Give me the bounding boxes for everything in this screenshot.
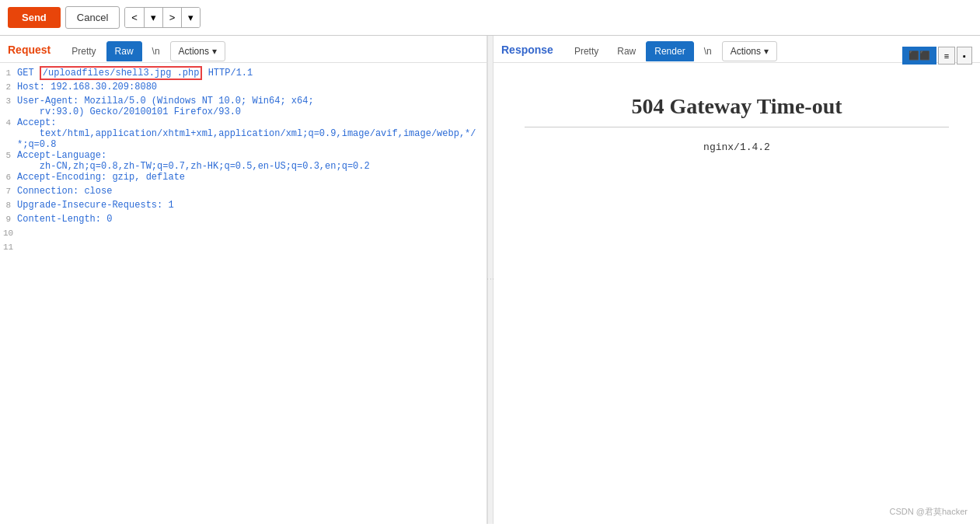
line-text bbox=[19, 242, 483, 253]
app-wrapper: Send Cancel < ▾ > ▾ ⬛⬛ ≡ ▪ Request Prett… bbox=[0, 0, 980, 527]
request-actions-button[interactable]: Actions ▾ bbox=[170, 41, 225, 61]
request-panel: Request Pretty Raw \n Actions ▾ 1 GET /u… bbox=[0, 36, 487, 524]
line-text bbox=[19, 228, 483, 239]
request-tab-group: Pretty Raw \n Actions ▾ bbox=[63, 41, 225, 61]
request-line-2: 2 Host: 192.168.30.209:8080 bbox=[3, 82, 483, 96]
response-title: Response bbox=[501, 40, 560, 62]
request-line-10: 10 bbox=[3, 228, 483, 242]
response-actions-label: Actions bbox=[731, 46, 761, 57]
request-content: 1 GET /uploadfiles/shell3.jpg .php HTTP/… bbox=[0, 63, 487, 524]
line-number: 10 bbox=[3, 228, 19, 238]
response-panel: Response Pretty Raw Render \n Actions ▾ … bbox=[493, 36, 980, 524]
nav-forward-dropdown-button[interactable]: ▾ bbox=[182, 8, 200, 27]
line-number: 7 bbox=[3, 186, 17, 196]
nginx-version: nginx/1.4.2 bbox=[509, 135, 964, 159]
request-line-11: 11 bbox=[3, 242, 483, 256]
line-number: 2 bbox=[3, 82, 17, 92]
request-line-6: 6 Accept-Encoding: gzip, deflate bbox=[3, 172, 483, 186]
request-line-4: 4 Accept: text/html,application/xhtml+xm… bbox=[3, 117, 483, 150]
panel-divider[interactable]: ⋮ bbox=[487, 36, 493, 524]
gateway-error-title: 504 Gateway Time-out bbox=[509, 71, 964, 127]
tab-response-raw[interactable]: Raw bbox=[609, 41, 644, 61]
request-actions-label: Actions bbox=[179, 46, 209, 57]
list-view-button[interactable]: ≡ bbox=[938, 47, 955, 65]
response-divider-line bbox=[525, 127, 949, 127]
view-toggles: ⬛⬛ ≡ ▪ bbox=[902, 47, 972, 65]
line-number: 8 bbox=[3, 200, 17, 210]
request-line-5: 5 Accept-Language: zh-CN,zh;q=0.8,zh-TW;… bbox=[3, 150, 483, 172]
request-line-7: 7 Connection: close bbox=[3, 186, 483, 200]
split-view-button[interactable]: ⬛⬛ bbox=[902, 47, 936, 65]
response-actions-button[interactable]: Actions ▾ bbox=[722, 41, 777, 61]
line-text: Accept-Language: zh-CN,zh;q=0.8,zh-TW;q=… bbox=[17, 150, 483, 172]
response-content: 504 Gateway Time-out nginx/1.4.2 bbox=[493, 63, 980, 524]
nav-btn-group: < ▾ > ▾ bbox=[124, 7, 201, 28]
tab-response-render[interactable]: Render bbox=[646, 41, 693, 61]
watermark: CSDN @君莫hacker bbox=[890, 506, 968, 518]
request-title: Request bbox=[8, 40, 57, 62]
request-line-9: 9 Content-Length: 0 bbox=[3, 214, 483, 228]
request-line-1: 1 GET /uploadfiles/shell3.jpg .php HTTP/… bbox=[3, 68, 483, 82]
line-text: Content-Length: 0 bbox=[17, 214, 483, 225]
toolbar: Send Cancel < ▾ > ▾ bbox=[0, 0, 980, 36]
line-number: 1 bbox=[3, 68, 17, 78]
nav-forward-button[interactable]: > bbox=[163, 8, 183, 27]
line-number: 6 bbox=[3, 172, 17, 182]
single-view-button[interactable]: ▪ bbox=[957, 47, 972, 65]
cancel-button[interactable]: Cancel bbox=[65, 6, 120, 29]
line-text: Accept: text/html,application/xhtml+xml,… bbox=[17, 117, 483, 150]
nav-back-button[interactable]: < bbox=[125, 8, 145, 27]
line-text: Connection: close bbox=[17, 186, 483, 197]
response-actions-chevron-icon: ▾ bbox=[764, 46, 769, 57]
request-header: Request Pretty Raw \n Actions ▾ bbox=[0, 36, 487, 63]
line-text: User-Agent: Mozilla/5.0 (Windows NT 10.0… bbox=[17, 96, 483, 117]
line-text: Upgrade-Insecure-Requests: 1 bbox=[17, 200, 483, 211]
line-number: 3 bbox=[3, 96, 17, 106]
line-number: 4 bbox=[3, 117, 17, 127]
request-actions-chevron-icon: ▾ bbox=[212, 46, 217, 57]
nav-back-dropdown-button[interactable]: ▾ bbox=[145, 8, 163, 27]
main-layout: Request Pretty Raw \n Actions ▾ 1 GET /u… bbox=[0, 36, 980, 524]
tab-request-raw[interactable]: Raw bbox=[106, 41, 142, 61]
response-tab-group: Pretty Raw Render \n Actions ▾ bbox=[566, 41, 777, 61]
path-highlight: /uploadfiles/shell3.jpg .php bbox=[40, 66, 203, 80]
line-text: Host: 192.168.30.209:8080 bbox=[17, 82, 483, 92]
send-button[interactable]: Send bbox=[8, 7, 61, 28]
line-text: Accept-Encoding: gzip, deflate bbox=[17, 172, 483, 183]
line-number: 9 bbox=[3, 214, 17, 224]
tab-response-pretty[interactable]: Pretty bbox=[566, 41, 607, 61]
request-line-8: 8 Upgrade-Insecure-Requests: 1 bbox=[3, 200, 483, 214]
tab-response-newline[interactable]: \n bbox=[696, 41, 720, 61]
tab-request-newline[interactable]: \n bbox=[144, 41, 169, 61]
line-number: 5 bbox=[3, 150, 17, 160]
line-text: GET /uploadfiles/shell3.jpg .php HTTP/1.… bbox=[17, 68, 483, 79]
line-number: 11 bbox=[3, 242, 19, 252]
tab-request-pretty[interactable]: Pretty bbox=[63, 41, 104, 61]
request-line-3: 3 User-Agent: Mozilla/5.0 (Windows NT 10… bbox=[3, 96, 483, 117]
